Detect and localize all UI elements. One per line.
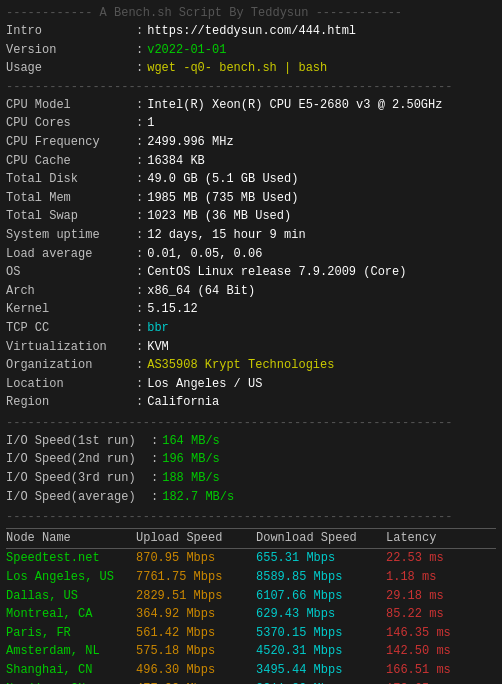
download-val: 6107.66 Mbps (256, 587, 386, 606)
upload-val: 2829.51 Mbps (136, 587, 256, 606)
table-row: Nanjing, CN 477.22 Mbps 2211.89 Mbps 172… (6, 680, 496, 684)
io-avg-label: I/O Speed(average) (6, 488, 151, 507)
io-run2-val: 196 MB/s (162, 450, 220, 469)
latency-val: 146.35 ms (386, 624, 451, 643)
uptime-val: 12 days, 15 hour 9 min (147, 226, 305, 245)
download-val: 629.43 Mbps (256, 605, 386, 624)
latency-val: 172.65 ms (386, 680, 451, 684)
cpu-freq-val: 2499.996 MHz (147, 133, 233, 152)
node-name: Shanghai, CN (6, 661, 136, 680)
usage-label: Usage (6, 59, 136, 78)
upload-val: 561.42 Mbps (136, 624, 256, 643)
total-swap-label: Total Swap (6, 207, 136, 226)
cpu-model-val: Intel(R) Xeon(R) CPU E5-2680 v3 @ 2.50GH… (147, 96, 442, 115)
virt-label: Virtualization (6, 338, 136, 357)
cpu-freq-label: CPU Frequency (6, 133, 136, 152)
total-disk-label: Total Disk (6, 170, 136, 189)
upload-val: 496.30 Mbps (136, 661, 256, 680)
node-name: Dallas, US (6, 587, 136, 606)
latency-val: 142.50 ms (386, 642, 451, 661)
tcp-val: bbr (147, 319, 169, 338)
location-val: Los Angeles / US (147, 375, 262, 394)
cpu-cache-val: 16384 KB (147, 152, 205, 171)
virt-val: KVM (147, 338, 169, 357)
region-label: Region (6, 393, 136, 412)
latency-val: 166.51 ms (386, 661, 451, 680)
io-run3-label: I/O Speed(3rd run) (6, 469, 151, 488)
node-name: Speedtest.net (6, 549, 136, 568)
os-val: CentOS Linux release 7.9.2009 (Core) (147, 263, 406, 282)
kernel-label: Kernel (6, 300, 136, 319)
arch-label: Arch (6, 282, 136, 301)
tcp-label: TCP CC (6, 319, 136, 338)
node-name: Montreal, CA (6, 605, 136, 624)
latency-val: 29.18 ms (386, 587, 444, 606)
latency-val: 22.53 ms (386, 549, 444, 568)
table-row: Dallas, US 2829.51 Mbps 6107.66 Mbps 29.… (6, 587, 496, 606)
node-name: Paris, FR (6, 624, 136, 643)
io-run3-val: 188 MB/s (162, 469, 220, 488)
network-table-body: Speedtest.net 870.95 Mbps 655.31 Mbps 22… (6, 549, 496, 684)
network-table-header: Node Name Upload Speed Download Speed La… (6, 528, 496, 549)
sysinfo-divider: ----------------------------------------… (6, 78, 496, 96)
col-node-header: Node Name (6, 529, 136, 548)
version-label: Version (6, 41, 136, 60)
node-name: Los Angeles, US (6, 568, 136, 587)
table-row: Speedtest.net 870.95 Mbps 655.31 Mbps 22… (6, 549, 496, 568)
download-val: 655.31 Mbps (256, 549, 386, 568)
col-latency-header: Latency (386, 529, 436, 548)
download-val: 5370.15 Mbps (256, 624, 386, 643)
total-mem-val: 1985 MB (735 MB Used) (147, 189, 298, 208)
upload-val: 870.95 Mbps (136, 549, 256, 568)
cpu-cores-label: CPU Cores (6, 114, 136, 133)
io-run2-label: I/O Speed(2nd run) (6, 450, 151, 469)
table-row: Shanghai, CN 496.30 Mbps 3495.44 Mbps 16… (6, 661, 496, 680)
cpu-cores-val: 1 (147, 114, 154, 133)
node-name: Amsterdam, NL (6, 642, 136, 661)
intro-val: https://teddysun.com/444.html (147, 22, 356, 41)
table-row: Los Angeles, US 7761.75 Mbps 8589.85 Mbp… (6, 568, 496, 587)
upload-val: 575.18 Mbps (136, 642, 256, 661)
os-label: OS (6, 263, 136, 282)
latency-val: 85.22 ms (386, 605, 444, 624)
io-divider: ----------------------------------------… (6, 414, 496, 432)
total-disk-val: 49.0 GB (5.1 GB Used) (147, 170, 298, 189)
col-upload-header: Upload Speed (136, 529, 256, 548)
version-val: v2022-01-01 (147, 41, 226, 60)
cpu-cache-label: CPU Cache (6, 152, 136, 171)
arch-val: x86_64 (64 Bit) (147, 282, 255, 301)
intro-label: Intro (6, 22, 136, 41)
org-label: Organization (6, 356, 136, 375)
upload-val: 364.92 Mbps (136, 605, 256, 624)
network-divider: ----------------------------------------… (6, 508, 496, 526)
download-val: 4520.31 Mbps (256, 642, 386, 661)
col-download-header: Download Speed (256, 529, 386, 548)
download-val: 8589.85 Mbps (256, 568, 386, 587)
uptime-label: System uptime (6, 226, 136, 245)
table-row: Montreal, CA 364.92 Mbps 629.43 Mbps 85.… (6, 605, 496, 624)
node-name: Nanjing, CN (6, 680, 136, 684)
io-run1-label: I/O Speed(1st run) (6, 432, 151, 451)
upload-val: 7761.75 Mbps (136, 568, 256, 587)
load-label: Load average (6, 245, 136, 264)
latency-val: 1.18 ms (386, 568, 436, 587)
kernel-val: 5.15.12 (147, 300, 197, 319)
total-mem-label: Total Mem (6, 189, 136, 208)
io-run1-val: 164 MB/s (162, 432, 220, 451)
region-val: California (147, 393, 219, 412)
usage-val: wget -q0- bench.sh | bash (147, 59, 327, 78)
table-row: Amsterdam, NL 575.18 Mbps 4520.31 Mbps 1… (6, 642, 496, 661)
download-val: 2211.89 Mbps (256, 680, 386, 684)
load-val: 0.01, 0.05, 0.06 (147, 245, 262, 264)
header-divider: ------------ A Bench.sh Script By Teddys… (6, 4, 496, 22)
location-label: Location (6, 375, 136, 394)
total-swap-val: 1023 MB (36 MB Used) (147, 207, 291, 226)
download-val: 3495.44 Mbps (256, 661, 386, 680)
io-avg-val: 182.7 MB/s (162, 488, 234, 507)
upload-val: 477.22 Mbps (136, 680, 256, 684)
table-row: Paris, FR 561.42 Mbps 5370.15 Mbps 146.3… (6, 624, 496, 643)
cpu-model-label: CPU Model (6, 96, 136, 115)
org-val: AS35908 Krypt Technologies (147, 356, 334, 375)
